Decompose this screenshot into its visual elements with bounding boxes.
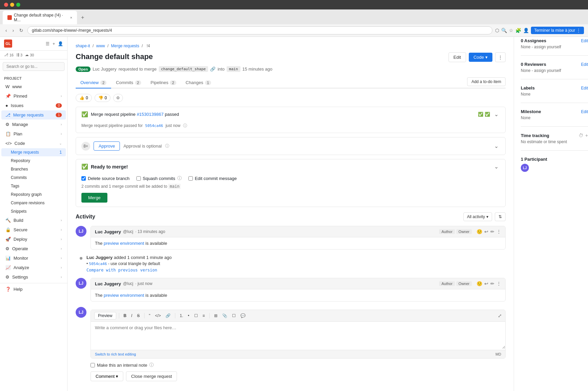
add-time-icon[interactable]: + xyxy=(585,133,588,138)
squash-commits-checkbox[interactable]: Squash commits ⓘ xyxy=(136,175,182,181)
indent-button[interactable]: ≡ xyxy=(201,312,207,319)
sidebar-sub-item-snippets[interactable]: Snippets xyxy=(1,207,66,215)
tab-changes[interactable]: Changes 1 xyxy=(181,77,216,88)
edit-button[interactable]: Edit xyxy=(449,52,466,62)
prs-stat[interactable]: ⇶ 3 xyxy=(16,53,22,57)
sidebar-item-build[interactable]: 🔨 Build › xyxy=(1,216,66,225)
activity-filter-button[interactable]: All activity ▾ xyxy=(463,212,492,221)
more-comment-icon[interactable]: ⋮ xyxy=(496,229,501,234)
tab-commits[interactable]: Commits 2 xyxy=(111,77,146,88)
more-button[interactable]: ⋮ xyxy=(495,52,506,62)
maximize-dot[interactable] xyxy=(16,3,20,7)
new-tab-button[interactable]: + xyxy=(78,12,87,23)
sidebar-item-operate[interactable]: ⚙ Operate › xyxy=(1,244,66,253)
reviewers-edit-link[interactable]: Edit xyxy=(581,62,588,67)
comment-btn-dropdown-icon[interactable]: ▾ xyxy=(116,374,118,379)
more-comment-icon-2[interactable]: ⋮ xyxy=(496,281,501,286)
breadcrumb-www[interactable]: www xyxy=(96,44,105,48)
comment-textarea[interactable] xyxy=(91,322,505,349)
delete-source-checkbox[interactable]: Delete source branch xyxy=(81,176,130,181)
comment-template-button[interactable]: 💬 xyxy=(239,312,247,319)
ordered-list-button[interactable]: 1. xyxy=(178,312,185,319)
switch-editor-label[interactable]: Switch to rich text editing xyxy=(95,352,136,356)
pipeline-help-icon[interactable]: ⓘ xyxy=(183,123,187,128)
merge-collapse-button[interactable]: ⌄ xyxy=(493,163,500,170)
editor-tab-preview[interactable]: Preview xyxy=(94,312,116,319)
pipeline-commit-link[interactable]: 5054ca46 xyxy=(145,124,163,128)
edit-comment-icon[interactable]: ✏ xyxy=(490,229,494,234)
sidebar-sub-item-branches[interactable]: Branches xyxy=(1,165,66,173)
sidebar-item-pinned[interactable]: 📌 Pinned › xyxy=(1,92,66,101)
preview-env-link-1[interactable]: preview environment xyxy=(104,241,144,246)
source-branch-badge[interactable]: change_default_shape xyxy=(159,66,208,72)
reply-icon-2[interactable]: ↩ xyxy=(484,281,488,286)
comment-button[interactable]: Comment ▾ xyxy=(91,371,123,381)
strikethrough-button[interactable]: S xyxy=(135,312,142,319)
breadcrumb-merge-requests[interactable]: Merge requests xyxy=(111,44,139,48)
address-bar[interactable]: gitlab.com/shape-it/www/-/merge_requests… xyxy=(27,26,492,34)
internal-note-help-icon[interactable]: ⓘ xyxy=(149,362,154,368)
refresh-button[interactable]: ↻ xyxy=(18,26,25,34)
approve-collapse-button[interactable]: ⌄ xyxy=(493,143,500,149)
tab-close-icon[interactable]: × xyxy=(70,16,72,20)
tab-overview[interactable]: Overview 2 xyxy=(76,77,111,88)
sidebar-avatar-icon[interactable]: 👤 xyxy=(58,41,63,46)
sidebar-item-code[interactable]: </> Code ⌄ xyxy=(1,139,66,148)
close-dot[interactable] xyxy=(4,3,8,7)
sidebar-sub-item-repository[interactable]: Repository xyxy=(1,157,66,165)
bold-button[interactable]: B xyxy=(122,312,128,319)
thumbs-down-reaction[interactable]: 👎 0 xyxy=(95,94,111,102)
emoji-reaction-icon[interactable]: 🙂 xyxy=(477,229,482,234)
forward-button[interactable]: › xyxy=(11,26,16,34)
emoji-reaction-icon-2[interactable]: 🙂 xyxy=(477,281,482,286)
target-branch-badge[interactable]: main xyxy=(227,66,240,72)
breadcrumb-shape-it[interactable]: shape-it xyxy=(76,44,90,48)
pipeline-collapse-button[interactable]: ⌄ xyxy=(493,111,500,118)
italic-button[interactable]: I xyxy=(129,312,134,319)
reply-icon[interactable]: ↩ xyxy=(484,229,488,234)
delete-source-input[interactable] xyxy=(81,176,86,181)
internal-note-checkbox[interactable] xyxy=(91,363,95,367)
sidebar-item-manage[interactable]: ⚙ Manage › xyxy=(1,120,66,129)
sidebar-sub-item-merge-requests[interactable]: Merge requests 1 xyxy=(1,148,66,156)
milestone-edit-link[interactable]: Edit xyxy=(581,109,588,114)
sidebar-item-monitor[interactable]: 📊 Monitor › xyxy=(1,254,66,263)
squash-help-icon[interactable]: ⓘ xyxy=(177,175,182,181)
search-icon[interactable]: 🔍 xyxy=(501,28,507,33)
edit-commit-checkbox[interactable]: Edit commit message xyxy=(188,176,237,181)
forks-stat[interactable]: ⎇ 16 xyxy=(4,53,14,57)
labels-edit-link[interactable]: Edit xyxy=(581,86,588,90)
sidebar-item-issues[interactable]: ● Issues 0 xyxy=(1,101,66,110)
profile-icon[interactable]: 👤 xyxy=(523,28,529,33)
sidebar-sub-item-tags[interactable]: Tags xyxy=(1,182,66,190)
attachment-button[interactable]: 📎 xyxy=(221,312,229,319)
active-tab[interactable]: Change default shape (!4) · M... × xyxy=(3,11,77,24)
sidebar-item-analyze[interactable]: 📈 Analyze › xyxy=(1,263,66,272)
approve-button[interactable]: Approve xyxy=(94,141,120,151)
sidebar-item-www[interactable]: W www xyxy=(1,82,66,91)
approve-help-icon[interactable]: ⓘ xyxy=(165,143,169,149)
assignees-edit-link[interactable]: Edit xyxy=(581,38,588,43)
sidebar-item-secure[interactable]: 🔒 Secure › xyxy=(1,225,66,234)
update-button[interactable]: Terminer la mise à jour ⋮ xyxy=(531,27,584,34)
thumbs-up-reaction[interactable]: 👍 0 xyxy=(76,94,92,102)
search-box[interactable] xyxy=(3,62,65,71)
bookmark-icon[interactable]: ☆ xyxy=(509,28,513,33)
back-button[interactable]: ‹ xyxy=(4,26,8,34)
extensions-icon[interactable]: 🧩 xyxy=(515,28,521,33)
sidebar-item-merge-requests[interactable]: ⎇ Merge requests 1 xyxy=(1,110,66,120)
pipeline-link[interactable]: #1530139867 xyxy=(137,112,164,117)
editor-expand-button[interactable]: ⤢ xyxy=(498,313,502,318)
draw-button[interactable]: ☐ xyxy=(230,312,237,319)
link-button[interactable]: 🔗 xyxy=(164,312,172,319)
close-mr-button[interactable]: Close merge request xyxy=(126,371,177,381)
squash-commits-input[interactable] xyxy=(136,176,141,181)
timer-icon[interactable]: ⏱ xyxy=(579,133,583,138)
code-button-editor[interactable]: </> xyxy=(153,312,162,319)
sidebar-sub-item-compare-revisions[interactable]: Compare revisions xyxy=(1,199,66,207)
event-commit-link[interactable]: 5054ca46 xyxy=(89,262,107,266)
edit-commit-input[interactable] xyxy=(188,176,193,181)
sidebar-menu-icon[interactable]: ☰ xyxy=(46,41,50,46)
add-todo-button[interactable]: Add a to-do item xyxy=(467,77,506,86)
unordered-list-button[interactable]: • xyxy=(186,312,191,319)
